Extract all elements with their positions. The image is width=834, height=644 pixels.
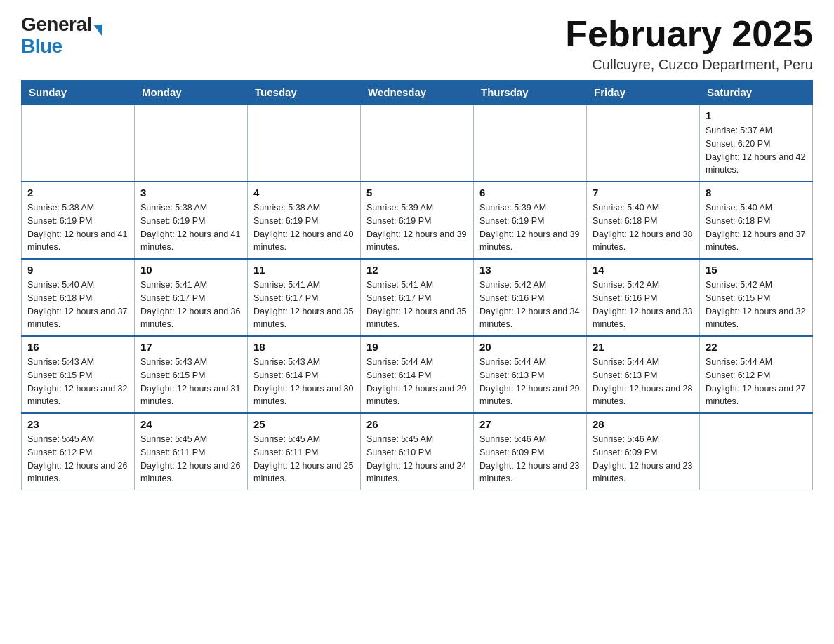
calendar-cell: 24Sunrise: 5:45 AM Sunset: 6:11 PM Dayli… xyxy=(135,413,248,490)
calendar-title: February 2025 xyxy=(565,14,813,54)
calendar-header-friday: Friday xyxy=(587,81,700,105)
day-info: Sunrise: 5:41 AM Sunset: 6:17 PM Dayligh… xyxy=(140,279,241,331)
calendar-location: Cullcuyre, Cuzco Department, Peru xyxy=(565,57,813,73)
day-info: Sunrise: 5:38 AM Sunset: 6:19 PM Dayligh… xyxy=(140,201,241,254)
day-info: Sunrise: 5:37 AM Sunset: 6:20 PM Dayligh… xyxy=(706,124,807,177)
day-info: Sunrise: 5:40 AM Sunset: 6:18 PM Dayligh… xyxy=(27,279,128,331)
day-info: Sunrise: 5:39 AM Sunset: 6:19 PM Dayligh… xyxy=(366,201,468,254)
calendar-header-thursday: Thursday xyxy=(474,81,587,105)
day-info: Sunrise: 5:38 AM Sunset: 6:19 PM Dayligh… xyxy=(253,201,355,254)
day-info: Sunrise: 5:44 AM Sunset: 6:14 PM Dayligh… xyxy=(366,356,468,408)
calendar-week-row: 9Sunrise: 5:40 AM Sunset: 6:18 PM Daylig… xyxy=(22,259,813,336)
day-number: 27 xyxy=(479,418,581,430)
day-number: 21 xyxy=(593,341,694,353)
calendar-cell: 22Sunrise: 5:44 AM Sunset: 6:12 PM Dayli… xyxy=(700,336,813,413)
calendar-cell: 4Sunrise: 5:38 AM Sunset: 6:19 PM Daylig… xyxy=(248,182,361,259)
day-number: 14 xyxy=(593,264,694,276)
calendar-cell: 28Sunrise: 5:46 AM Sunset: 6:09 PM Dayli… xyxy=(587,413,700,490)
day-number: 5 xyxy=(366,187,468,199)
calendar-cell: 1Sunrise: 5:37 AM Sunset: 6:20 PM Daylig… xyxy=(700,105,813,182)
day-info: Sunrise: 5:44 AM Sunset: 6:13 PM Dayligh… xyxy=(593,356,694,408)
calendar-cell: 19Sunrise: 5:44 AM Sunset: 6:14 PM Dayli… xyxy=(361,336,474,413)
calendar-cell: 9Sunrise: 5:40 AM Sunset: 6:18 PM Daylig… xyxy=(22,259,135,336)
calendar-cell: 17Sunrise: 5:43 AM Sunset: 6:15 PM Dayli… xyxy=(135,336,248,413)
day-number: 23 xyxy=(27,418,128,430)
day-info: Sunrise: 5:46 AM Sunset: 6:09 PM Dayligh… xyxy=(479,433,581,485)
logo-general-text: General xyxy=(21,14,92,36)
calendar-cell xyxy=(361,105,474,182)
day-info: Sunrise: 5:42 AM Sunset: 6:15 PM Dayligh… xyxy=(706,279,807,331)
calendar-cell: 14Sunrise: 5:42 AM Sunset: 6:16 PM Dayli… xyxy=(587,259,700,336)
calendar-table: SundayMondayTuesdayWednesdayThursdayFrid… xyxy=(21,80,813,490)
day-number: 10 xyxy=(140,264,241,276)
day-number: 1 xyxy=(706,109,807,121)
calendar-cell: 3Sunrise: 5:38 AM Sunset: 6:19 PM Daylig… xyxy=(135,182,248,259)
calendar-cell: 11Sunrise: 5:41 AM Sunset: 6:17 PM Dayli… xyxy=(248,259,361,336)
calendar-cell: 13Sunrise: 5:42 AM Sunset: 6:16 PM Dayli… xyxy=(474,259,587,336)
day-info: Sunrise: 5:45 AM Sunset: 6:12 PM Dayligh… xyxy=(27,433,128,485)
day-info: Sunrise: 5:41 AM Sunset: 6:17 PM Dayligh… xyxy=(253,279,355,331)
day-info: Sunrise: 5:40 AM Sunset: 6:18 PM Dayligh… xyxy=(593,201,694,254)
calendar-week-row: 16Sunrise: 5:43 AM Sunset: 6:15 PM Dayli… xyxy=(22,336,813,413)
calendar-cell: 2Sunrise: 5:38 AM Sunset: 6:19 PM Daylig… xyxy=(22,182,135,259)
calendar-header-monday: Monday xyxy=(135,81,248,105)
day-number: 9 xyxy=(27,264,128,276)
day-number: 2 xyxy=(27,187,128,199)
calendar-cell: 25Sunrise: 5:45 AM Sunset: 6:11 PM Dayli… xyxy=(248,413,361,490)
calendar-cell: 16Sunrise: 5:43 AM Sunset: 6:15 PM Dayli… xyxy=(22,336,135,413)
calendar-cell: 5Sunrise: 5:39 AM Sunset: 6:19 PM Daylig… xyxy=(361,182,474,259)
day-info: Sunrise: 5:42 AM Sunset: 6:16 PM Dayligh… xyxy=(593,279,694,331)
day-number: 15 xyxy=(706,264,807,276)
day-number: 11 xyxy=(253,264,355,276)
day-number: 17 xyxy=(140,341,241,353)
day-info: Sunrise: 5:41 AM Sunset: 6:17 PM Dayligh… xyxy=(366,279,468,331)
title-block: February 2025 Cullcuyre, Cuzco Departmen… xyxy=(565,14,813,73)
logo: General Blue xyxy=(21,14,102,58)
calendar-cell: 20Sunrise: 5:44 AM Sunset: 6:13 PM Dayli… xyxy=(474,336,587,413)
calendar-cell: 8Sunrise: 5:40 AM Sunset: 6:18 PM Daylig… xyxy=(700,182,813,259)
day-number: 18 xyxy=(253,341,355,353)
page-header: General Blue February 2025 Cullcuyre, Cu… xyxy=(21,14,813,73)
calendar-cell xyxy=(248,105,361,182)
day-info: Sunrise: 5:42 AM Sunset: 6:16 PM Dayligh… xyxy=(479,279,581,331)
day-number: 6 xyxy=(479,187,581,199)
calendar-cell: 18Sunrise: 5:43 AM Sunset: 6:14 PM Dayli… xyxy=(248,336,361,413)
calendar-header-tuesday: Tuesday xyxy=(248,81,361,105)
day-info: Sunrise: 5:45 AM Sunset: 6:10 PM Dayligh… xyxy=(366,433,468,485)
day-number: 20 xyxy=(479,341,581,353)
calendar-cell: 12Sunrise: 5:41 AM Sunset: 6:17 PM Dayli… xyxy=(361,259,474,336)
day-number: 4 xyxy=(253,187,355,199)
calendar-header-wednesday: Wednesday xyxy=(361,81,474,105)
day-number: 12 xyxy=(366,264,468,276)
calendar-cell: 10Sunrise: 5:41 AM Sunset: 6:17 PM Dayli… xyxy=(135,259,248,336)
calendar-cell xyxy=(587,105,700,182)
calendar-cell: 27Sunrise: 5:46 AM Sunset: 6:09 PM Dayli… xyxy=(474,413,587,490)
day-number: 25 xyxy=(253,418,355,430)
day-info: Sunrise: 5:43 AM Sunset: 6:15 PM Dayligh… xyxy=(140,356,241,408)
day-info: Sunrise: 5:40 AM Sunset: 6:18 PM Dayligh… xyxy=(706,201,807,254)
calendar-week-row: 23Sunrise: 5:45 AM Sunset: 6:12 PM Dayli… xyxy=(22,413,813,490)
calendar-cell: 23Sunrise: 5:45 AM Sunset: 6:12 PM Dayli… xyxy=(22,413,135,490)
logo-arrow-icon xyxy=(93,25,102,36)
calendar-cell: 6Sunrise: 5:39 AM Sunset: 6:19 PM Daylig… xyxy=(474,182,587,259)
calendar-cell: 26Sunrise: 5:45 AM Sunset: 6:10 PM Dayli… xyxy=(361,413,474,490)
calendar-header-saturday: Saturday xyxy=(700,81,813,105)
day-info: Sunrise: 5:45 AM Sunset: 6:11 PM Dayligh… xyxy=(140,433,241,485)
day-info: Sunrise: 5:43 AM Sunset: 6:15 PM Dayligh… xyxy=(27,356,128,408)
logo-blue-text: Blue xyxy=(21,36,62,58)
day-number: 19 xyxy=(366,341,468,353)
calendar-cell: 7Sunrise: 5:40 AM Sunset: 6:18 PM Daylig… xyxy=(587,182,700,259)
day-info: Sunrise: 5:46 AM Sunset: 6:09 PM Dayligh… xyxy=(593,433,694,485)
day-number: 22 xyxy=(706,341,807,353)
calendar-header-row: SundayMondayTuesdayWednesdayThursdayFrid… xyxy=(22,81,813,105)
day-number: 7 xyxy=(593,187,694,199)
day-info: Sunrise: 5:43 AM Sunset: 6:14 PM Dayligh… xyxy=(253,356,355,408)
calendar-cell: 21Sunrise: 5:44 AM Sunset: 6:13 PM Dayli… xyxy=(587,336,700,413)
day-number: 13 xyxy=(479,264,581,276)
day-number: 24 xyxy=(140,418,241,430)
calendar-week-row: 1Sunrise: 5:37 AM Sunset: 6:20 PM Daylig… xyxy=(22,105,813,182)
day-info: Sunrise: 5:38 AM Sunset: 6:19 PM Dayligh… xyxy=(27,201,128,254)
day-number: 28 xyxy=(593,418,694,430)
day-number: 26 xyxy=(366,418,468,430)
calendar-header-sunday: Sunday xyxy=(22,81,135,105)
